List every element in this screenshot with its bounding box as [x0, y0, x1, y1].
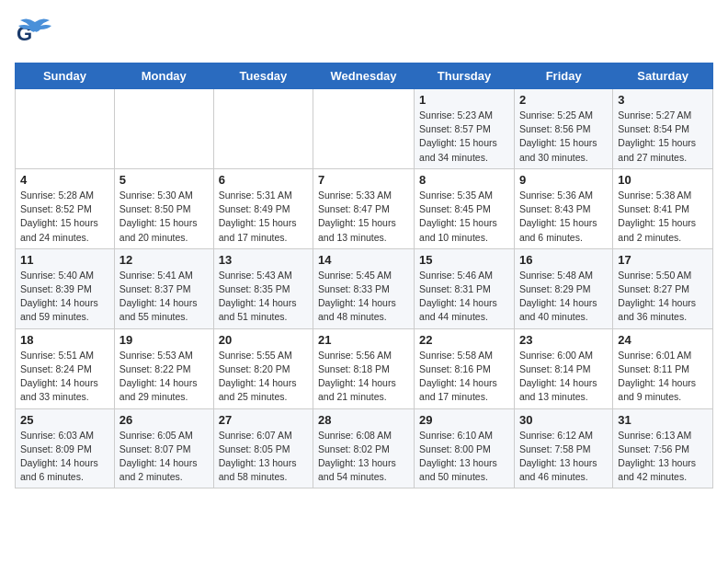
calendar-cell-w3d1: 19Sunrise: 5:53 AM Sunset: 8:22 PM Dayli…	[114, 328, 213, 408]
calendar-cell-w3d3: 21Sunrise: 5:56 AM Sunset: 8:18 PM Dayli…	[313, 328, 415, 408]
calendar-cell-w3d4: 22Sunrise: 5:58 AM Sunset: 8:16 PM Dayli…	[415, 328, 515, 408]
calendar-cell-w1d0: 4Sunrise: 5:28 AM Sunset: 8:52 PM Daylig…	[16, 168, 115, 248]
calendar-cell-w0d4: 1Sunrise: 5:23 AM Sunset: 8:57 PM Daylig…	[415, 89, 515, 169]
day-number: 28	[318, 413, 409, 427]
day-number: 22	[419, 333, 509, 347]
calendar-cell-w4d4: 29Sunrise: 6:10 AM Sunset: 8:00 PM Dayli…	[415, 408, 515, 488]
day-info: Sunrise: 5:28 AM Sunset: 8:52 PM Dayligh…	[20, 189, 109, 245]
day-number: 5	[119, 173, 209, 187]
calendar-cell-w1d2: 6Sunrise: 5:31 AM Sunset: 8:49 PM Daylig…	[213, 168, 313, 248]
day-number: 12	[119, 253, 209, 267]
day-number: 25	[20, 413, 109, 427]
day-number: 14	[318, 253, 409, 267]
calendar-cell-w4d5: 30Sunrise: 6:12 AM Sunset: 7:58 PM Dayli…	[514, 408, 612, 488]
day-number: 8	[419, 173, 509, 187]
day-info: Sunrise: 5:55 AM Sunset: 8:20 PM Dayligh…	[219, 349, 308, 405]
calendar-cell-w4d3: 28Sunrise: 6:08 AM Sunset: 8:02 PM Dayli…	[313, 408, 415, 488]
logo: G	[15, 15, 59, 55]
day-info: Sunrise: 5:56 AM Sunset: 8:18 PM Dayligh…	[318, 349, 409, 405]
day-number: 13	[219, 253, 308, 267]
day-number: 24	[618, 333, 708, 347]
calendar-cell-w3d2: 20Sunrise: 5:55 AM Sunset: 8:20 PM Dayli…	[213, 328, 313, 408]
day-number: 30	[519, 413, 608, 427]
calendar-cell-w0d1	[114, 89, 213, 169]
day-number: 16	[519, 253, 608, 267]
calendar-cell-w0d5: 2Sunrise: 5:25 AM Sunset: 8:56 PM Daylig…	[514, 89, 612, 169]
calendar-cell-w2d5: 16Sunrise: 5:48 AM Sunset: 8:29 PM Dayli…	[514, 248, 612, 328]
day-info: Sunrise: 6:05 AM Sunset: 8:07 PM Dayligh…	[119, 429, 209, 485]
day-info: Sunrise: 6:01 AM Sunset: 8:11 PM Dayligh…	[618, 349, 708, 405]
day-info: Sunrise: 6:00 AM Sunset: 8:14 PM Dayligh…	[519, 349, 608, 405]
weekday-header-tuesday: Tuesday	[213, 63, 313, 89]
day-number: 27	[219, 413, 308, 427]
day-info: Sunrise: 5:27 AM Sunset: 8:54 PM Dayligh…	[618, 109, 708, 165]
day-info: Sunrise: 5:35 AM Sunset: 8:45 PM Dayligh…	[419, 189, 509, 245]
calendar-cell-w0d3	[313, 89, 415, 169]
weekday-header-saturday: Saturday	[613, 63, 713, 89]
day-number: 10	[618, 173, 708, 187]
day-info: Sunrise: 5:48 AM Sunset: 8:29 PM Dayligh…	[519, 269, 608, 325]
header: G	[15, 15, 713, 55]
calendar-cell-w2d3: 14Sunrise: 5:45 AM Sunset: 8:33 PM Dayli…	[313, 248, 415, 328]
day-info: Sunrise: 5:53 AM Sunset: 8:22 PM Dayligh…	[119, 349, 209, 405]
day-info: Sunrise: 5:51 AM Sunset: 8:24 PM Dayligh…	[20, 349, 109, 405]
day-info: Sunrise: 6:07 AM Sunset: 8:05 PM Dayligh…	[219, 429, 308, 485]
day-number: 31	[618, 413, 708, 427]
calendar-cell-w2d2: 13Sunrise: 5:43 AM Sunset: 8:35 PM Dayli…	[213, 248, 313, 328]
day-info: Sunrise: 5:36 AM Sunset: 8:43 PM Dayligh…	[519, 189, 608, 245]
day-info: Sunrise: 5:40 AM Sunset: 8:39 PM Dayligh…	[20, 269, 109, 325]
day-number: 17	[618, 253, 708, 267]
calendar-cell-w0d6: 3Sunrise: 5:27 AM Sunset: 8:54 PM Daylig…	[613, 89, 713, 169]
day-info: Sunrise: 5:33 AM Sunset: 8:47 PM Dayligh…	[318, 189, 409, 245]
day-info: Sunrise: 6:12 AM Sunset: 7:58 PM Dayligh…	[519, 429, 608, 485]
weekday-header-thursday: Thursday	[415, 63, 515, 89]
day-info: Sunrise: 5:45 AM Sunset: 8:33 PM Dayligh…	[318, 269, 409, 325]
calendar-cell-w2d4: 15Sunrise: 5:46 AM Sunset: 8:31 PM Dayli…	[415, 248, 515, 328]
calendar-cell-w0d2	[213, 89, 313, 169]
day-info: Sunrise: 5:30 AM Sunset: 8:50 PM Dayligh…	[119, 189, 209, 245]
day-number: 19	[119, 333, 209, 347]
day-number: 26	[119, 413, 209, 427]
day-number: 29	[419, 413, 509, 427]
day-info: Sunrise: 5:46 AM Sunset: 8:31 PM Dayligh…	[419, 269, 509, 325]
day-info: Sunrise: 5:25 AM Sunset: 8:56 PM Dayligh…	[519, 109, 608, 165]
calendar-cell-w0d0	[16, 89, 115, 169]
day-info: Sunrise: 6:08 AM Sunset: 8:02 PM Dayligh…	[318, 429, 409, 485]
logo-icon: G	[15, 15, 55, 55]
calendar-cell-w1d5: 9Sunrise: 5:36 AM Sunset: 8:43 PM Daylig…	[514, 168, 612, 248]
day-number: 2	[519, 93, 608, 107]
day-info: Sunrise: 6:03 AM Sunset: 8:09 PM Dayligh…	[20, 429, 109, 485]
calendar-cell-w3d5: 23Sunrise: 6:00 AM Sunset: 8:14 PM Dayli…	[514, 328, 612, 408]
day-info: Sunrise: 5:43 AM Sunset: 8:35 PM Dayligh…	[219, 269, 308, 325]
calendar-cell-w2d1: 12Sunrise: 5:41 AM Sunset: 8:37 PM Dayli…	[114, 248, 213, 328]
day-number: 3	[618, 93, 708, 107]
day-number: 9	[519, 173, 608, 187]
weekday-header-wednesday: Wednesday	[313, 63, 415, 89]
calendar-cell-w4d2: 27Sunrise: 6:07 AM Sunset: 8:05 PM Dayli…	[213, 408, 313, 488]
calendar-table: SundayMondayTuesdayWednesdayThursdayFrid…	[15, 63, 713, 488]
day-info: Sunrise: 5:38 AM Sunset: 8:41 PM Dayligh…	[618, 189, 708, 245]
day-number: 4	[20, 173, 109, 187]
day-info: Sunrise: 5:41 AM Sunset: 8:37 PM Dayligh…	[119, 269, 209, 325]
day-number: 20	[219, 333, 308, 347]
day-number: 1	[419, 93, 509, 107]
calendar-cell-w1d6: 10Sunrise: 5:38 AM Sunset: 8:41 PM Dayli…	[613, 168, 713, 248]
calendar-cell-w4d0: 25Sunrise: 6:03 AM Sunset: 8:09 PM Dayli…	[16, 408, 115, 488]
day-number: 18	[20, 333, 109, 347]
calendar-cell-w1d1: 5Sunrise: 5:30 AM Sunset: 8:50 PM Daylig…	[114, 168, 213, 248]
day-number: 6	[219, 173, 308, 187]
day-number: 15	[419, 253, 509, 267]
calendar-cell-w4d6: 31Sunrise: 6:13 AM Sunset: 7:56 PM Dayli…	[613, 408, 713, 488]
day-number: 21	[318, 333, 409, 347]
day-number: 7	[318, 173, 409, 187]
day-info: Sunrise: 5:58 AM Sunset: 8:16 PM Dayligh…	[419, 349, 509, 405]
calendar-cell-w2d0: 11Sunrise: 5:40 AM Sunset: 8:39 PM Dayli…	[16, 248, 115, 328]
day-info: Sunrise: 6:13 AM Sunset: 7:56 PM Dayligh…	[618, 429, 708, 485]
calendar-cell-w1d4: 8Sunrise: 5:35 AM Sunset: 8:45 PM Daylig…	[415, 168, 515, 248]
day-number: 23	[519, 333, 608, 347]
weekday-header-friday: Friday	[514, 63, 612, 89]
calendar-cell-w3d6: 24Sunrise: 6:01 AM Sunset: 8:11 PM Dayli…	[613, 328, 713, 408]
weekday-header-sunday: Sunday	[16, 63, 115, 89]
day-info: Sunrise: 5:23 AM Sunset: 8:57 PM Dayligh…	[419, 109, 509, 165]
weekday-header-monday: Monday	[114, 63, 213, 89]
